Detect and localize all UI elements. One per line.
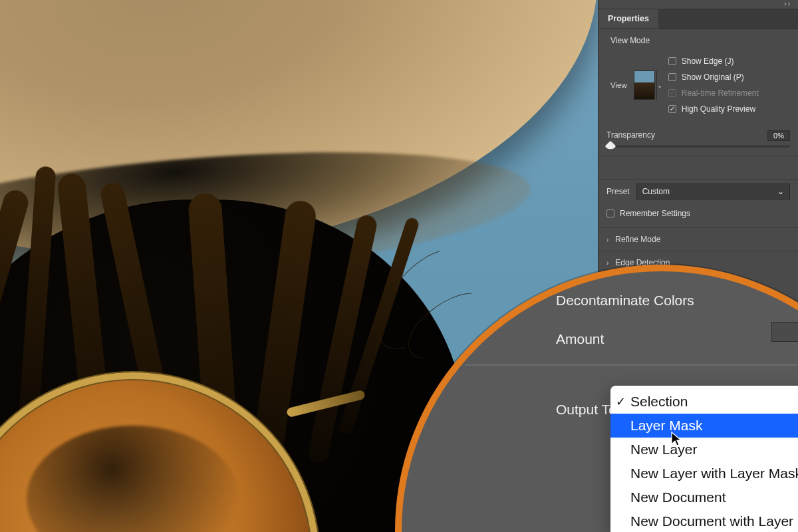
menu-item-new-document[interactable]: New Document bbox=[610, 485, 798, 509]
refine-mode-disclose[interactable]: › Refine Mode bbox=[598, 227, 798, 251]
high-quality-preview-row[interactable]: High Quality Preview bbox=[668, 101, 786, 117]
view-mode-heading: View Mode bbox=[606, 36, 790, 45]
remember-settings-label: Remember Settings bbox=[620, 209, 690, 218]
menu-item-new-layer-with-mask[interactable]: New Layer with Layer Mask bbox=[610, 462, 798, 485]
show-edge-row[interactable]: Show Edge (J) bbox=[668, 53, 786, 69]
cursor-pointer-icon bbox=[670, 431, 682, 447]
tab-properties[interactable]: Properties bbox=[598, 9, 658, 29]
output-to-label: Output To bbox=[556, 402, 616, 418]
menu-item-label: New Document bbox=[630, 489, 726, 505]
preset-label: Preset bbox=[606, 187, 630, 196]
transparency-row: Transparency 0% bbox=[598, 129, 798, 156]
output-to-menu[interactable]: ✓ Selection Layer Mask New Layer New Lay… bbox=[610, 386, 798, 532]
panel-separator bbox=[598, 156, 798, 180]
check-icon: ✓ bbox=[616, 394, 626, 409]
view-label: View bbox=[610, 81, 627, 89]
chevron-right-icon: › bbox=[606, 236, 608, 243]
view-thumbnail[interactable] bbox=[634, 70, 655, 100]
realtime-refinement-checkbox bbox=[668, 89, 676, 97]
menu-item-new-layer[interactable]: New Layer bbox=[610, 438, 798, 462]
menu-item-layer-mask[interactable]: Layer Mask bbox=[610, 414, 798, 438]
view-thumbnail-caret-icon[interactable]: ⌄ bbox=[656, 70, 663, 100]
panel-tabs: Properties bbox=[598, 9, 798, 29]
realtime-refinement-row: Real-time Refinement bbox=[668, 85, 786, 101]
show-original-row[interactable]: Show Original (P) bbox=[668, 69, 786, 85]
remember-settings-checkbox[interactable] bbox=[606, 209, 614, 217]
divider bbox=[466, 364, 798, 366]
menu-item-label: New Document with Layer Mask bbox=[630, 513, 798, 529]
high-quality-preview-checkbox[interactable] bbox=[668, 105, 676, 113]
transparency-slider-knob[interactable] bbox=[604, 141, 616, 152]
menu-item-label: Layer Mask bbox=[630, 418, 703, 434]
transparency-label: Transparency bbox=[606, 130, 655, 141]
menu-item-label: New Layer bbox=[630, 442, 697, 458]
preset-value: Custom bbox=[642, 187, 670, 196]
high-quality-preview-label: High Quality Preview bbox=[682, 104, 755, 114]
refine-mode-label: Refine Mode bbox=[615, 235, 660, 244]
chevron-right-icon: › bbox=[606, 259, 608, 267]
show-original-label: Show Original (P) bbox=[682, 72, 744, 82]
show-edge-label: Show Edge (J) bbox=[682, 57, 734, 66]
decontaminate-colors-label: Decontaminate Colors bbox=[556, 293, 694, 309]
amount-label: Amount bbox=[556, 331, 604, 347]
menu-item-label: New Layer with Layer Mask bbox=[630, 466, 798, 481]
menu-item-new-document-with-mask[interactable]: New Document with Layer Mask bbox=[610, 509, 798, 532]
panel-expand-icon[interactable]: ›› bbox=[598, 0, 798, 9]
show-original-checkbox[interactable] bbox=[668, 73, 676, 81]
show-edge-checkbox[interactable] bbox=[668, 57, 676, 65]
transparency-slider[interactable] bbox=[606, 145, 790, 148]
preset-dropdown[interactable]: Custom ⌄ bbox=[636, 184, 790, 200]
transparency-value[interactable]: 0% bbox=[767, 130, 790, 141]
realtime-refinement-label: Real-time Refinement bbox=[682, 88, 759, 98]
chevron-down-icon: ⌄ bbox=[777, 187, 784, 196]
amount-value-box[interactable] bbox=[771, 322, 798, 342]
menu-item-selection[interactable]: ✓ Selection bbox=[610, 390, 798, 414]
menu-item-label: Selection bbox=[630, 394, 688, 410]
remember-settings-row[interactable]: Remember Settings bbox=[598, 206, 798, 227]
view-mode-section: View Mode View ⌄ Show Edge (J) Show Orig… bbox=[598, 29, 798, 129]
preset-row: Preset Custom ⌄ bbox=[598, 180, 798, 206]
